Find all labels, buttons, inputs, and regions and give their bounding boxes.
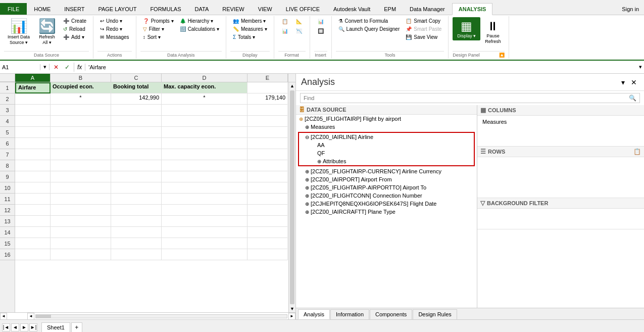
tab-live-office[interactable]: LIVE OFFICE (279, 3, 326, 15)
redo-button[interactable]: ↪ Redo ▾ (97, 25, 132, 33)
attributes-tree-item[interactable]: ⊕ Attributes (299, 157, 474, 165)
tab-formulas[interactable]: FORMULAS (143, 3, 187, 15)
launch-query-button[interactable]: 🔍 Launch Query Designer (336, 25, 403, 33)
cell-c9[interactable] (111, 171, 162, 182)
vertical-scrollbar[interactable]: ▲ ▼ (288, 82, 295, 312)
cell-c6[interactable] (111, 138, 162, 149)
cell-e10[interactable] (247, 182, 288, 194)
cell-a4[interactable] (15, 116, 51, 127)
cell-e8[interactable] (247, 160, 288, 171)
airport-from-item[interactable]: ⊕ [2CZ00_IAIRPORT] Airport From (296, 175, 477, 183)
h-scroll-left-btn2[interactable]: ◄ (27, 313, 34, 320)
prompts-button[interactable]: ❓ Prompts ▾ (140, 17, 176, 25)
cell-b15[interactable] (51, 238, 111, 249)
row-num-11[interactable]: 11 (0, 194, 15, 205)
cell-b9[interactable] (51, 171, 111, 182)
formula-content[interactable]: 'Airfare (85, 64, 637, 70)
col-header-e[interactable]: E (247, 74, 288, 82)
col-header-a[interactable]: A (15, 74, 51, 82)
cell-b6[interactable] (51, 138, 111, 149)
plane-type-item[interactable]: ⊕ [2CZ00_IAIRCRAFTT] Plane Type (296, 208, 477, 216)
cell-e11[interactable] (247, 194, 288, 205)
h-scroll-thumb[interactable] (36, 315, 51, 318)
cell-e2[interactable]: 179,140 (247, 93, 288, 105)
cell-e16[interactable] (247, 249, 288, 260)
cell-c4[interactable] (111, 116, 162, 127)
cell-b4[interactable] (51, 116, 111, 127)
display-panel-button[interactable]: ▦ Display ▾ (453, 17, 480, 40)
cell-b2[interactable]: * (51, 93, 111, 105)
tab-file[interactable]: FILE (0, 3, 27, 15)
cell-d11[interactable] (162, 194, 247, 205)
cell-e4[interactable] (247, 116, 288, 127)
row-num-6[interactable]: 6 (0, 138, 15, 149)
cell-e12[interactable] (247, 205, 288, 216)
measures-button[interactable]: 📏 Measures ▾ (230, 25, 270, 33)
cell-b12[interactable] (51, 205, 111, 216)
cell-e1[interactable] (247, 82, 288, 93)
convert-formula-button[interactable]: ⚗ Convert to Formula (336, 17, 403, 25)
smart-paste-button[interactable]: 📌 Smart Paste (403, 25, 444, 33)
row-num-10[interactable]: 10 (0, 182, 15, 194)
h-scroll-right-btn[interactable]: ► (288, 313, 295, 320)
analysis-search-input[interactable] (304, 95, 629, 101)
cell-d4[interactable] (162, 116, 247, 127)
cell-b16[interactable] (51, 249, 111, 260)
sort-button[interactable]: ↕ Sort ▾ (140, 33, 176, 41)
totals-button[interactable]: Σ Totals ▾ (230, 33, 270, 41)
prev-sheet-button[interactable]: ◄ (11, 323, 19, 331)
cell-b14[interactable] (51, 227, 111, 238)
tab-analysis[interactable]: ANALYSIS (452, 3, 493, 15)
messages-button[interactable]: ✉ Messages (97, 33, 132, 41)
add-button[interactable]: ➕ Add ▾ (61, 33, 89, 41)
cell-a13[interactable] (15, 216, 51, 227)
row-num-4[interactable]: 4 (0, 116, 15, 127)
cell-c3[interactable] (111, 105, 162, 116)
insert-btn-2[interactable]: 🔲 (314, 27, 327, 35)
last-sheet-button[interactable]: ►| (29, 323, 37, 331)
cell-c15[interactable] (111, 238, 162, 249)
row-num-2[interactable]: 2 (0, 93, 15, 105)
cell-c10[interactable] (111, 182, 162, 194)
flight-date-item[interactable]: ⊕ [2CJHEPITQ8NEQXHG6IOPSEK647S] Flight D… (296, 200, 477, 208)
row-num-3[interactable]: 3 (0, 105, 15, 116)
confirm-formula-button[interactable]: ✓ (63, 63, 72, 72)
cell-d3[interactable] (162, 105, 247, 116)
save-view-button[interactable]: 💾 Save View (403, 33, 444, 41)
cell-a15[interactable] (15, 238, 51, 249)
analysis-close-button[interactable]: ✕ (629, 78, 639, 86)
reload-button[interactable]: ↺ Reload (61, 25, 89, 33)
cell-e13[interactable] (247, 216, 288, 227)
row-num-9[interactable]: 9 (0, 171, 15, 182)
tab-data[interactable]: DATA (188, 3, 216, 15)
cell-d9[interactable] (162, 171, 247, 182)
airport-to-item[interactable]: ⊕ [2CZ05_IFLIGHTAIRP-AIRPORTTO] Airport … (296, 183, 477, 192)
cell-d2[interactable]: * (162, 93, 247, 105)
cell-d10[interactable] (162, 182, 247, 194)
sheet-tab-sheet1[interactable]: Sheet1 (41, 322, 70, 333)
col-header-b[interactable]: B (51, 74, 111, 82)
analysis-tab-information[interactable]: Information (330, 309, 369, 319)
cell-a8[interactable] (15, 160, 51, 171)
format-btn-4[interactable]: 📉 (292, 27, 306, 35)
qf-tree-item[interactable]: QF (299, 149, 474, 157)
cell-b13[interactable] (51, 216, 111, 227)
cell-a5[interactable] (15, 127, 51, 138)
insert-btn-1[interactable]: 📊 (314, 17, 327, 26)
tab-data-manager[interactable]: Data Manager (403, 3, 452, 15)
analysis-tab-analysis[interactable]: Analysis (298, 309, 330, 319)
cell-c12[interactable] (111, 205, 162, 216)
scroll-thumb[interactable] (290, 90, 294, 304)
cell-a12[interactable] (15, 205, 51, 216)
analysis-tab-components[interactable]: Components (370, 309, 412, 319)
tab-review[interactable]: REVIEW (216, 3, 251, 15)
format-btn-3[interactable]: 📊 (278, 27, 291, 35)
format-btn-1[interactable]: 📋 (278, 17, 291, 26)
aa-tree-item[interactable]: AA (299, 141, 474, 149)
cell-b11[interactable] (51, 194, 111, 205)
next-sheet-button[interactable]: ► (20, 323, 28, 331)
row-num-13[interactable]: 13 (0, 216, 15, 227)
cell-e6[interactable] (247, 138, 288, 149)
create-button[interactable]: ➕ Create (61, 17, 89, 25)
cell-c8[interactable] (111, 160, 162, 171)
